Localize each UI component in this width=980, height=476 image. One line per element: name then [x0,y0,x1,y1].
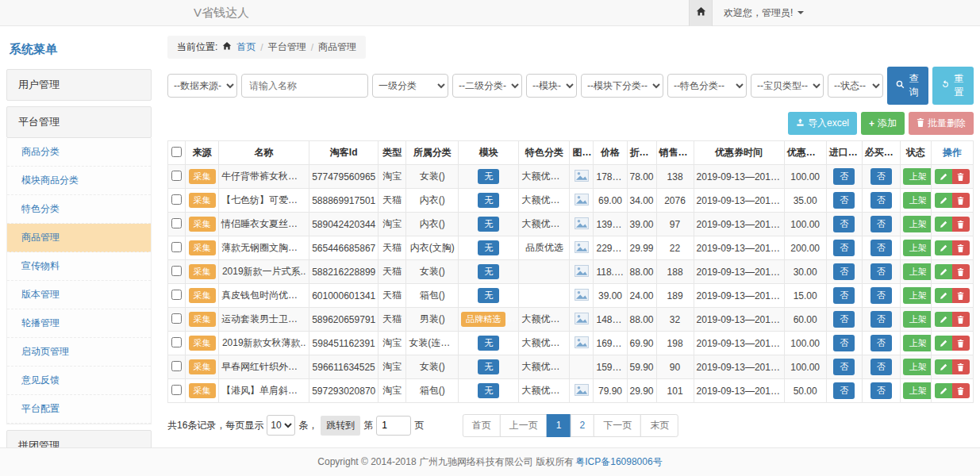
page-button[interactable]: 上一页 [500,414,548,437]
delete-button[interactable] [952,312,970,327]
home-button[interactable] [689,0,713,26]
import-toggle-button[interactable]: 否 [833,287,855,304]
delete-button[interactable] [952,264,970,279]
sidebar-item[interactable]: 平台配置 [7,395,151,424]
import-excel-button[interactable]: 导入excel [788,112,857,135]
row-checkbox[interactable] [171,171,182,181]
batch-delete-button[interactable]: 批量删除 [909,112,974,135]
edit-button[interactable] [935,217,952,232]
import-toggle-button[interactable]: 否 [833,240,855,256]
must-buy-toggle-button[interactable]: 否 [870,168,892,185]
status-button[interactable]: 上架 [903,240,932,256]
jump-button[interactable]: 跳转到 [321,416,360,436]
edit-button[interactable] [935,336,952,351]
edit-button[interactable] [935,359,952,374]
sidebar-item[interactable]: 意见反馈 [7,367,151,395]
status-button[interactable]: 上架 [903,382,932,399]
jump-page-input[interactable] [376,416,411,436]
search-button[interactable]: 查询 [887,67,928,105]
sidebar-item[interactable]: 版本管理 [7,281,151,309]
row-checkbox[interactable] [171,194,182,205]
sidebar-item[interactable]: 轮播管理 [7,309,151,338]
filter-data-source-select[interactable]: --数据来源-- [167,74,237,98]
icp-link[interactable]: 粤ICP备16098006号 [575,455,662,469]
delete-button[interactable] [952,169,970,184]
import-toggle-button[interactable]: 否 [833,216,855,232]
edit-button[interactable] [935,264,952,279]
import-toggle-button[interactable]: 否 [833,382,855,399]
import-toggle-button[interactable]: 否 [833,263,855,280]
user-menu[interactable]: 欢迎您，管理员! [713,6,812,20]
page-button[interactable]: 2 [571,414,595,437]
must-buy-toggle-button[interactable]: 否 [870,359,892,375]
import-toggle-button[interactable]: 否 [833,359,855,375]
status-button[interactable]: 上架 [903,168,932,185]
row-checkbox[interactable] [171,242,182,252]
sidebar-item[interactable]: 商品分类 [7,138,151,167]
breadcrumb-home-link[interactable]: 首页 [236,40,256,54]
page-button[interactable]: 末页 [640,414,678,437]
sidebar-item[interactable]: 模块商品分类 [7,167,151,195]
page-button[interactable]: 1 [547,414,571,437]
select-all-checkbox[interactable] [171,147,182,157]
sidebar-section[interactable]: 用户管理 [6,69,152,101]
filter-select[interactable]: --二级分类-- [452,74,522,98]
delete-button[interactable] [952,359,970,374]
delete-button[interactable] [952,217,970,232]
must-buy-toggle-button[interactable]: 否 [870,287,892,304]
row-checkbox[interactable] [171,385,182,395]
delete-button[interactable] [952,193,970,208]
status-button[interactable]: 上架 [903,359,932,375]
status-button[interactable]: 上架 [903,216,932,232]
sidebar-section[interactable]: 平台管理 [6,106,152,138]
sidebar-item[interactable]: 特色分类 [7,195,151,224]
import-toggle-button[interactable]: 否 [833,192,855,209]
filter-select[interactable]: 一级分类 [372,74,448,98]
filter-select[interactable]: --特色分类-- [667,74,747,98]
filter-select[interactable]: --模块-- [526,74,577,98]
row-checkbox[interactable] [171,218,182,228]
page-size-select[interactable]: 10 [267,415,295,436]
reset-button[interactable]: 重置 [932,67,974,105]
page-button[interactable]: 下一页 [594,414,641,437]
filter-select[interactable]: --模块下分类-- [581,74,663,98]
import-toggle-button[interactable]: 否 [833,335,855,351]
filter-name-input[interactable] [241,74,368,98]
add-button[interactable]: + 添加 [861,112,905,135]
sidebar-item[interactable]: 商品管理 [7,224,151,252]
must-buy-toggle-button[interactable]: 否 [870,240,892,256]
delete-button[interactable] [952,240,970,255]
edit-button[interactable] [935,193,952,208]
import-toggle-button[interactable]: 否 [833,311,855,328]
row-checkbox[interactable] [171,290,182,300]
edit-button[interactable] [935,312,952,327]
row-checkbox[interactable] [171,361,182,371]
must-buy-toggle-button[interactable]: 否 [870,192,892,209]
delete-button[interactable] [952,383,970,398]
status-button[interactable]: 上架 [903,311,932,328]
status-button[interactable]: 上架 [903,263,932,280]
row-checkbox[interactable] [171,313,182,324]
filter-select[interactable]: --宝贝类型-- [751,74,824,98]
delete-button[interactable] [952,336,970,351]
sidebar-item[interactable]: 启动页管理 [7,338,151,367]
must-buy-toggle-button[interactable]: 否 [870,216,892,232]
must-buy-toggle-button[interactable]: 否 [870,263,892,280]
edit-button[interactable] [935,288,952,303]
status-button[interactable]: 上架 [903,192,932,209]
import-toggle-button[interactable]: 否 [833,168,855,185]
edit-button[interactable] [935,383,952,398]
must-buy-toggle-button[interactable]: 否 [870,311,892,328]
row-checkbox[interactable] [171,266,182,276]
delete-button[interactable] [952,288,970,303]
row-checkbox[interactable] [171,337,182,347]
page-button[interactable]: 首页 [463,414,501,437]
sidebar-item[interactable]: 宣传物料 [7,252,151,281]
status-button[interactable]: 上架 [903,287,932,304]
must-buy-toggle-button[interactable]: 否 [870,335,892,351]
status-button[interactable]: 上架 [903,335,932,351]
edit-button[interactable] [935,169,952,184]
must-buy-toggle-button[interactable]: 否 [870,382,892,399]
edit-button[interactable] [935,240,952,255]
filter-select[interactable]: --状态-- [828,74,883,98]
